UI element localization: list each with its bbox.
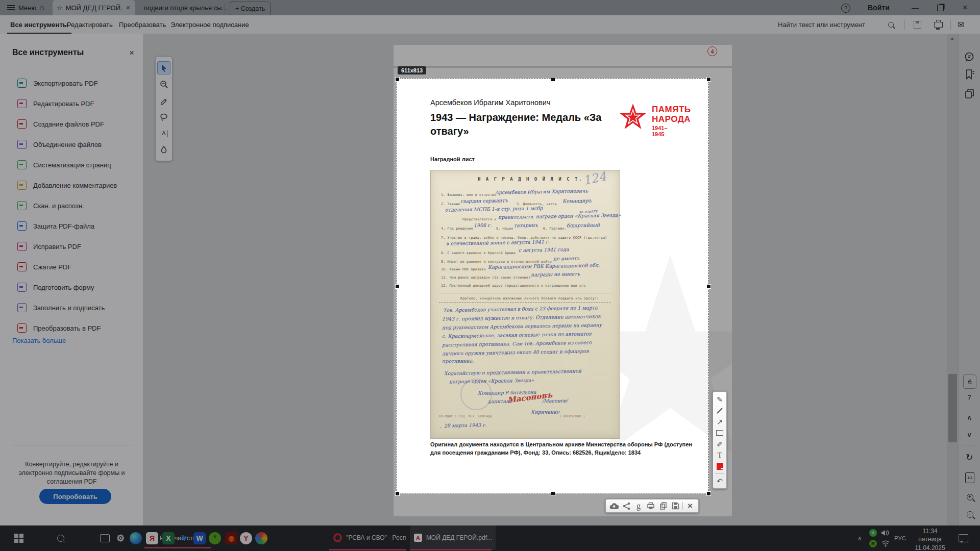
screenshot-dim-top bbox=[0, 0, 980, 79]
selection-handle[interactable] bbox=[395, 77, 400, 82]
undo-button[interactable]: ↶ bbox=[715, 475, 725, 486]
selection-handle[interactable] bbox=[395, 284, 400, 289]
printer-icon bbox=[647, 502, 655, 510]
selection-handle[interactable] bbox=[551, 77, 555, 82]
copy-button[interactable] bbox=[657, 500, 669, 511]
print-button[interactable] bbox=[645, 500, 657, 511]
selection-handle[interactable] bbox=[706, 77, 711, 82]
pencil-tool[interactable]: ✎ bbox=[715, 394, 725, 405]
cloud-upload-icon bbox=[609, 503, 619, 510]
arrow-tool[interactable]: ↗ bbox=[715, 416, 725, 427]
selection-handle[interactable] bbox=[706, 284, 711, 289]
screenshot-dim-right bbox=[708, 79, 980, 493]
selection-handle[interactable] bbox=[551, 491, 555, 496]
copy-icon bbox=[659, 502, 667, 510]
rectangle-tool[interactable] bbox=[715, 428, 725, 438]
text-tool[interactable]: T bbox=[715, 450, 725, 461]
screenshot-tools-horizontal: g × bbox=[605, 499, 699, 513]
share-icon bbox=[623, 502, 630, 510]
close-screenshot-button[interactable]: × bbox=[684, 500, 696, 511]
save-button[interactable] bbox=[669, 500, 681, 511]
selection-handle[interactable] bbox=[706, 491, 711, 496]
selection-size-label: 611x813 bbox=[398, 66, 426, 74]
line-icon bbox=[717, 408, 722, 413]
divider bbox=[715, 473, 724, 474]
floppy-icon bbox=[672, 502, 679, 510]
screenshot-dim-left bbox=[0, 79, 397, 493]
screenshot-selection-area[interactable] bbox=[397, 79, 708, 493]
divider bbox=[682, 502, 683, 510]
screenshot-tools-vertical: ✎ ↗ ✐ T ↶ bbox=[713, 391, 727, 489]
screenshot-dim-bottom bbox=[0, 493, 980, 551]
marker-tool[interactable]: ✐ bbox=[715, 439, 725, 449]
share-button[interactable] bbox=[620, 500, 632, 511]
selection-handle[interactable] bbox=[395, 491, 400, 496]
upload-cloud-button[interactable] bbox=[608, 500, 620, 511]
line-tool[interactable] bbox=[715, 405, 725, 416]
color-red-icon bbox=[717, 463, 723, 470]
google-search-button[interactable]: g bbox=[632, 500, 645, 511]
color-swatch[interactable] bbox=[715, 461, 725, 472]
rectangle-icon bbox=[716, 430, 723, 436]
